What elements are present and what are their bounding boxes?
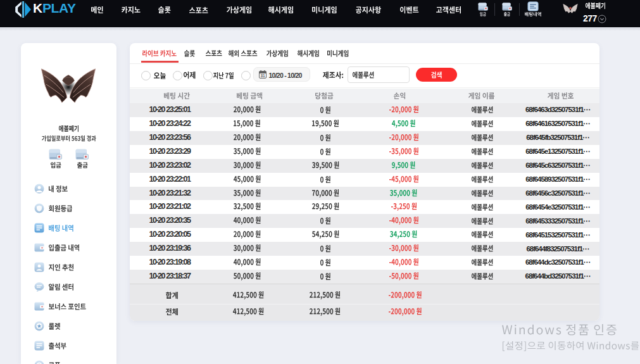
svg-text:31: 31 <box>260 73 265 78</box>
